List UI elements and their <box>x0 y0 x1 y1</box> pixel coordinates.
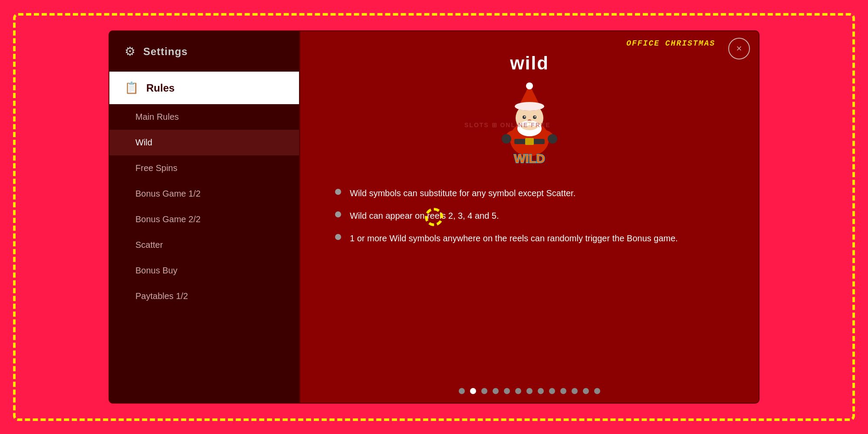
bullet-1 <box>335 189 341 195</box>
content-title: Wild <box>300 53 759 74</box>
pagination-dot-0[interactable] <box>459 388 465 394</box>
rules-section[interactable]: 📋 Rules <box>109 72 299 104</box>
svg-point-7 <box>526 82 533 89</box>
wild-image-container: SLOTS ⊞ ONLINE FREE <box>300 82 759 169</box>
rules-list: Wild symbols can substitute for any symb… <box>300 187 759 254</box>
rule-item-2: Wild can appear on reels 2, 3, 4 and 5. <box>335 209 724 222</box>
pagination-dot-1[interactable] <box>470 388 476 394</box>
settings-label: Settings <box>143 46 188 58</box>
sidebar: ⚙ Settings 📋 Rules Main Rules Wild Free … <box>109 31 300 403</box>
settings-section[interactable]: ⚙ Settings <box>109 31 299 72</box>
pagination-dot-7[interactable] <box>538 388 544 394</box>
content-area: OFFICE CHRISTMAS × Wild SLOTS ⊞ ONLINE F… <box>300 31 759 403</box>
settings-icon: ⚙ <box>125 44 135 59</box>
bullet-3 <box>335 234 341 240</box>
svg-point-11 <box>524 116 526 118</box>
pagination-dot-3[interactable] <box>493 388 499 394</box>
rule-text-3: 1 or more Wild symbols anywhere on the r… <box>350 232 678 245</box>
sidebar-item-wild[interactable]: Wild <box>109 130 299 155</box>
bullet-2 <box>335 211 341 217</box>
rules-label: Rules <box>146 82 174 94</box>
sidebar-item-bonus-game-2[interactable]: Bonus Game 2/2 <box>109 207 299 232</box>
pagination <box>459 388 600 394</box>
pagination-dot-9[interactable] <box>560 388 566 394</box>
watermark: SLOTS ⊞ ONLINE FREE <box>464 122 551 128</box>
svg-text:WILD: WILD <box>514 152 545 165</box>
pagination-dot-6[interactable] <box>526 388 533 394</box>
pagination-dot-10[interactable] <box>572 388 578 394</box>
game-title: OFFICE CHRISTMAS <box>626 39 715 48</box>
sidebar-item-bonus-game-1[interactable]: Bonus Game 1/2 <box>109 181 299 207</box>
close-button[interactable]: × <box>728 38 750 59</box>
pagination-dot-12[interactable] <box>594 388 600 394</box>
pagination-dot-5[interactable] <box>515 388 521 394</box>
rule-item-1: Wild symbols can substitute for any symb… <box>335 187 724 200</box>
sidebar-item-bonus-buy[interactable]: Bonus Buy <box>109 258 299 283</box>
svg-rect-3 <box>525 138 534 145</box>
pagination-dot-2[interactable] <box>481 388 487 394</box>
svg-point-8 <box>515 102 544 111</box>
rule-text-2: Wild can appear on reels 2, 3, 4 and 5. <box>350 209 499 222</box>
rule-text-1: Wild symbols can substitute for any symb… <box>350 187 575 200</box>
pagination-dot-11[interactable] <box>583 388 589 394</box>
pagination-dot-4[interactable] <box>504 388 510 394</box>
outer-border: ⚙ Settings 📋 Rules Main Rules Wild Free … <box>13 13 855 421</box>
svg-point-21 <box>548 134 557 144</box>
rules-icon: 📋 <box>125 81 138 95</box>
sidebar-nav: Main Rules Wild Free Spins Bonus Game 1/… <box>109 104 299 309</box>
rule-item-3: 1 or more Wild symbols anywhere on the r… <box>335 232 724 245</box>
sidebar-item-main-rules[interactable]: Main Rules <box>109 104 299 130</box>
svg-point-12 <box>535 116 536 118</box>
sidebar-item-paytables[interactable]: Paytables 1/2 <box>109 283 299 309</box>
main-window: ⚙ Settings 📋 Rules Main Rules Wild Free … <box>108 30 760 404</box>
sidebar-item-scatter[interactable]: Scatter <box>109 232 299 258</box>
pagination-dot-8[interactable] <box>549 388 555 394</box>
sidebar-item-free-spins[interactable]: Free Spins <box>109 155 299 181</box>
svg-point-20 <box>502 134 511 144</box>
